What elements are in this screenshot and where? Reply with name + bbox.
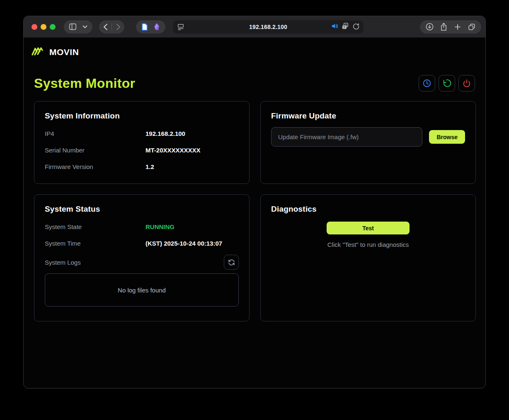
- system-time-value: (KST) 2025-10-24 00:13:07: [145, 240, 239, 247]
- firmware-file-input[interactable]: [271, 127, 422, 147]
- firmware-update-card: Firmware Update Browse: [260, 101, 476, 184]
- page-content: MOVIN System Monitor: [24, 38, 485, 321]
- diagnostics-card: Diagnostics Test Click "Test" to run dia…: [260, 194, 476, 321]
- system-logs-label: System Logs: [45, 259, 81, 266]
- system-state-value: RUNNING: [145, 223, 239, 230]
- zoom-window-button[interactable]: [50, 24, 56, 30]
- traffic-lights: [32, 24, 56, 30]
- back-button[interactable]: [99, 20, 111, 34]
- refresh-logs-button[interactable]: [224, 255, 239, 270]
- system-status-card: System Status System State RUNNING Syste…: [34, 194, 250, 321]
- card-title: System Information: [45, 111, 239, 121]
- info-row-ip4: IP4 192.168.2.100: [45, 130, 239, 137]
- toolbar-right-group: [420, 20, 481, 34]
- sidebar-toggle-icon[interactable]: [69, 23, 77, 30]
- new-tab-button[interactable]: [451, 20, 465, 34]
- downloads-button[interactable]: [422, 20, 436, 34]
- status-row-state: System State RUNNING: [45, 223, 239, 230]
- purple-extension-icon[interactable]: [153, 23, 160, 31]
- card-title: Diagnostics: [271, 205, 465, 214]
- nav-buttons: [99, 20, 124, 34]
- sidebar-toggle-group[interactable]: [64, 20, 92, 34]
- translate-icon[interactable]: A 文: [342, 23, 349, 31]
- diagnostics-hint: Click "Test" to run diagnostics: [327, 241, 409, 248]
- browse-button[interactable]: Browse: [429, 130, 465, 144]
- browser-titlebar: 192.168.2.100 A 文: [24, 16, 485, 38]
- info-row-serial: Serial Number MT-20XXXXXXXXX: [45, 147, 239, 154]
- info-row-firmware: Firmware Version 1.2: [45, 163, 239, 170]
- page-title: System Monitor: [34, 76, 135, 91]
- card-title: System Status: [45, 205, 239, 214]
- address-bar[interactable]: 192.168.2.100 A 文: [173, 20, 364, 34]
- audio-playing-icon[interactable]: [331, 23, 339, 31]
- no-logs-text: No log files found: [118, 287, 166, 294]
- power-button[interactable]: [458, 75, 475, 92]
- page-format-icon[interactable]: [177, 23, 184, 32]
- url-text[interactable]: 192.168.2.100: [249, 24, 287, 30]
- logs-empty-box: No log files found: [45, 273, 239, 307]
- test-button[interactable]: Test: [327, 222, 410, 234]
- system-information-card: System Information IP4 192.168.2.100 Ser…: [34, 101, 250, 184]
- restart-button[interactable]: [439, 75, 455, 92]
- document-extension-icon[interactable]: [141, 23, 148, 31]
- minimize-window-button[interactable]: [41, 24, 46, 30]
- brand-name: MOVIN: [49, 47, 79, 57]
- forward-button[interactable]: [112, 20, 124, 34]
- svg-text:文: 文: [343, 25, 346, 29]
- header-actions: [419, 75, 475, 92]
- status-row-time: System Time (KST) 2025-10-24 00:13:07: [45, 240, 239, 247]
- close-window-button[interactable]: [32, 24, 37, 30]
- reload-icon[interactable]: [353, 23, 359, 31]
- tab-overview-button[interactable]: [465, 20, 479, 34]
- extensions-group: [136, 20, 165, 34]
- browser-window: 192.168.2.100 A 文: [23, 16, 486, 389]
- brand-logo: MOVIN: [31, 46, 475, 58]
- card-title: Firmware Update: [271, 111, 465, 121]
- movin-logo-icon: [31, 46, 45, 58]
- share-button[interactable]: [436, 20, 451, 34]
- chevron-down-icon[interactable]: [82, 25, 87, 29]
- clock-button[interactable]: [419, 75, 435, 92]
